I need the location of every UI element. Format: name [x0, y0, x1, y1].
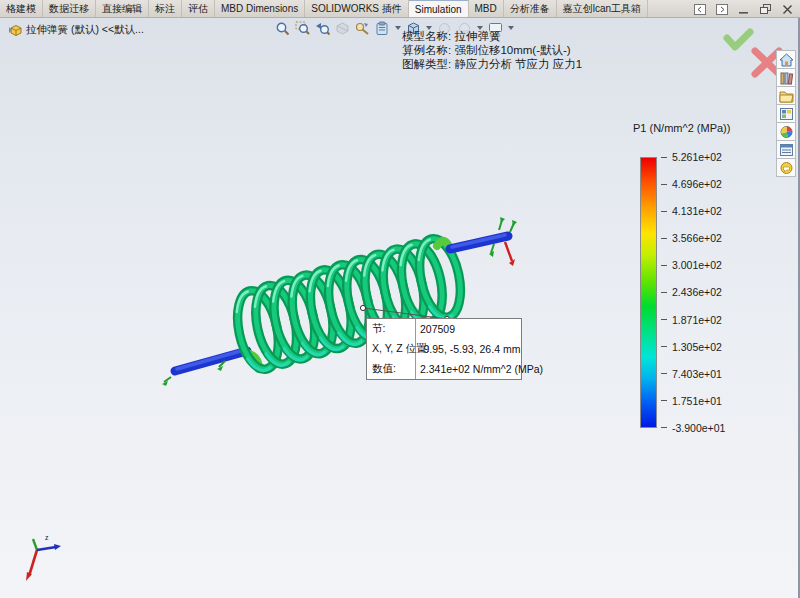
- tick-mark: [661, 157, 667, 158]
- legend-tick-label: 1.305e+02: [661, 340, 756, 354]
- ok-check-icon[interactable]: [727, 32, 750, 47]
- legend-tick-label: 4.131e+02: [661, 204, 756, 218]
- tick-mark: [661, 346, 667, 347]
- legend-tick-labels: 5.261e+02 4.696e+02 4.131e+02 3.566e+02 …: [661, 150, 756, 435]
- legend-tick-label: 1.871e+02: [661, 313, 756, 327]
- study-name-line: 算例名称: 强制位移10mm(-默认-): [402, 43, 582, 57]
- pane-next-icon[interactable]: [715, 3, 728, 15]
- pane-previous-icon[interactable]: [693, 3, 706, 15]
- custom-properties-icon[interactable]: [776, 140, 796, 159]
- model-name-line: 模型名称: 拉伸弹簧: [402, 29, 582, 43]
- view-palette-icon[interactable]: [776, 104, 796, 123]
- tick-mark: [661, 373, 667, 374]
- legend-title: P1 (N/mm^2 (MPa)): [633, 122, 730, 134]
- legend-tick-label: 5.261e+02: [661, 150, 756, 164]
- triad-z-label: z: [45, 534, 49, 541]
- part-icon: [8, 24, 22, 37]
- reference-triad: z: [26, 534, 61, 581]
- minimize-button[interactable]: [737, 3, 750, 15]
- tick-mark: [661, 238, 667, 239]
- display-style-dropdown[interactable]: [395, 26, 401, 30]
- tick-mark: [661, 319, 667, 320]
- design-library-icon[interactable]: [776, 68, 796, 87]
- solidworks-resources-icon[interactable]: [776, 50, 796, 69]
- plot-annotation: 模型名称: 拉伸弹簧 算例名称: 强制位移10mm(-默认-) 图解类型: 静应…: [402, 29, 582, 71]
- previous-view-icon[interactable]: [314, 20, 331, 36]
- appearances-scenes-icon[interactable]: [776, 122, 796, 141]
- plot-type-line: 图解类型: 静应力分析 节应力 应力1: [402, 57, 582, 71]
- tab-analysis-preparation[interactable]: 分析准备: [504, 0, 557, 17]
- tab-mbd[interactable]: MBD: [469, 0, 504, 17]
- tab-evaluate[interactable]: 评估: [182, 0, 215, 17]
- tick-mark: [661, 211, 667, 212]
- section-view-icon[interactable]: [334, 20, 351, 36]
- zoom-to-area-icon[interactable]: [294, 20, 311, 36]
- command-manager-tabbar: 格建模 数据迁移 直接编辑 标注 评估 MBD Dimensions SOLID…: [0, 0, 800, 18]
- tab-simulation[interactable]: Simulation: [409, 0, 469, 17]
- tick-mark: [661, 427, 667, 428]
- tab-direct-editing[interactable]: 直接编辑: [96, 0, 149, 17]
- tick-mark: [661, 400, 667, 401]
- tab-mbd-dimensions[interactable]: MBD Dimensions: [215, 0, 305, 17]
- graphics-viewport: 拉伸弹簧 (默认) <<默认... 模型名称: 拉伸弹簧 算例名: [0, 18, 800, 598]
- tab-mesh-modeling[interactable]: 格建模: [0, 0, 43, 17]
- probe-result-callout: 节: 207509 X, Y, Z 位置: -9.95, -5.93, 26.4…: [366, 318, 522, 380]
- restore-button[interactable]: [759, 3, 772, 15]
- task-pane-strip: [776, 51, 796, 177]
- tab-data-migration[interactable]: 数据迁移: [43, 0, 96, 17]
- tab-solidworks-addins[interactable]: SOLIDWORKS 插件: [305, 0, 409, 17]
- tab-annotations[interactable]: 标注: [149, 0, 182, 17]
- stress-color-bar: [640, 157, 657, 428]
- file-explorer-icon[interactable]: [776, 86, 796, 105]
- solidworks-forum-icon[interactable]: [776, 158, 796, 177]
- tick-mark: [661, 265, 667, 266]
- legend-tick-label: 2.436e+02: [661, 285, 756, 299]
- feature-tree-root-label: 拉伸弹簧 (默认) <<默认...: [26, 23, 144, 37]
- legend-tick-label: 1.751e+01: [661, 394, 756, 408]
- legend-tick-label: 3.566e+02: [661, 231, 756, 245]
- callout-row-position: X, Y, Z 位置: -9.95, -5.93, 26.4 mm: [367, 339, 521, 359]
- tick-mark: [661, 184, 667, 185]
- callout-row-node: 节: 207509: [367, 319, 521, 339]
- legend-tick-label: 3.001e+02: [661, 258, 756, 272]
- display-style-icon[interactable]: [374, 20, 391, 36]
- dynamic-annotation-views-icon[interactable]: [354, 20, 371, 36]
- callout-row-value: 数值: 2.341e+02 N/mm^2 (MPa): [367, 359, 521, 379]
- tick-mark: [661, 292, 667, 293]
- legend-tick-label: 7.403e+01: [661, 367, 756, 381]
- legend-tick-label: -3.900e+01: [661, 421, 756, 435]
- close-button[interactable]: [781, 3, 794, 15]
- tab-jlc-toolbox[interactable]: 嘉立创lcan工具箱: [557, 0, 648, 17]
- window-controls: [693, 2, 794, 16]
- legend-tick-label: 4.696e+02: [661, 177, 756, 191]
- feature-tree-flyout[interactable]: 拉伸弹簧 (默认) <<默认...: [8, 23, 144, 37]
- zoom-to-fit-icon[interactable]: [274, 20, 291, 36]
